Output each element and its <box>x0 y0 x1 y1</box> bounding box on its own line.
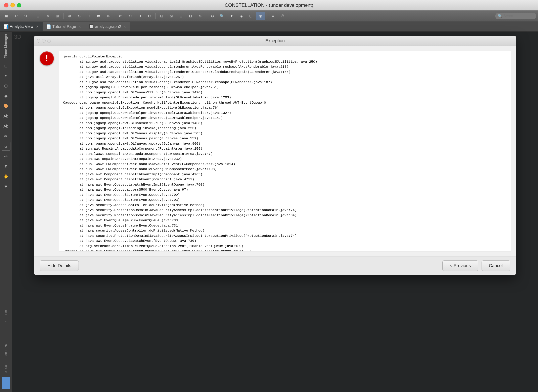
dialog-footer: Hide Details < Previous Cancel <box>34 256 516 275</box>
toolbar-btn-15[interactable]: ⚙ <box>145 12 154 20</box>
toolbar: ⊞ ↩ ↪ ⊟ ✕ ⊞ ⊕ ⊖ ↔ ⇄ ⇅ ⟳ ⟲ ↺ ⚙ ⊡ ⊠ ⊞ ⊟ ⊕ … <box>0 10 538 22</box>
content-area: 3D Exception ! <box>12 32 538 392</box>
sidebar-btn-9[interactable]: G <box>2 142 10 151</box>
sidebar-btn-2[interactable]: ✦ <box>2 71 10 80</box>
tab-analyticgraph2-close[interactable]: ✕ <box>124 25 126 28</box>
toolbar-btn-18[interactable]: ⊞ <box>176 12 185 20</box>
dialog-overlay: Exception ! java.lang.NullPointerExcepti… <box>12 32 538 392</box>
tab-analytic-view-label: Analytic View <box>10 24 33 29</box>
sidebar-btn-8[interactable]: ✏ <box>2 132 10 140</box>
toolbar-btn-11[interactable]: ⇅ <box>104 12 112 20</box>
toolbar-btn-5[interactable]: ✕ <box>43 12 52 20</box>
sidebar-te-label: Te <box>4 321 8 324</box>
toolbar-btn-24[interactable]: ◈ <box>237 12 246 20</box>
traffic-lights <box>4 3 21 7</box>
app-title: CONSTELLATION - (under development) <box>225 2 313 8</box>
toolbar-btn-21[interactable]: ⊙ <box>208 12 217 20</box>
toolbar-btn-3[interactable]: ↪ <box>21 12 30 20</box>
toolbar-btn-25[interactable]: ⬡ <box>247 12 255 20</box>
toolbar-btn-26[interactable]: ◉ <box>256 12 265 20</box>
search-icon: 🔍 <box>498 14 502 18</box>
toolbar-btn-27[interactable]: ≡ <box>268 12 277 20</box>
toolbar-btn-6[interactable]: ⊞ <box>53 12 62 20</box>
toolbar-btn-12[interactable]: ⟳ <box>116 12 125 20</box>
dialog-text-area: java.lang.NullPointerException at au.gov… <box>59 51 511 252</box>
stack-trace-box[interactable]: java.lang.NullPointerException at au.gov… <box>59 51 511 252</box>
toolbar-btn-28[interactable]: ⏱ <box>278 12 287 20</box>
dialog-tl-3 <box>47 39 51 42</box>
sidebar-date-label: 1 Jan 1970 <box>4 344 8 360</box>
sidebar-btn-10[interactable]: ⇔ <box>2 152 10 161</box>
toolbar-sep-3 <box>114 13 114 19</box>
tab-analyticgraph2-icon: 🔲 <box>89 24 94 28</box>
cancel-button[interactable]: Cancel <box>482 261 510 271</box>
sidebar-plane-manager-label: Plane Manager <box>4 34 8 58</box>
dialog-tl-1 <box>37 39 40 42</box>
hide-details-button[interactable]: Hide Details <box>40 261 79 271</box>
sidebar-time-label: 00:00 <box>4 365 8 373</box>
dialog-traffic-lights <box>37 39 51 42</box>
toolbar-btn-19[interactable]: ⊟ <box>186 12 195 20</box>
toolbar-btn-9[interactable]: ↔ <box>84 12 93 20</box>
toolbar-btn-2[interactable]: ↩ <box>12 12 20 20</box>
sidebar-btn-3[interactable]: ⬡ <box>2 82 10 90</box>
main-area: Plane Manager ⊞ ✦ ⬡ ◈ 🎨 Ab Ab ✏ G ⇔ ⇕ ✋ … <box>0 32 538 392</box>
toolbar-btn-7[interactable]: ⊕ <box>65 12 74 20</box>
maximize-button[interactable] <box>17 3 21 7</box>
error-icon-symbol: ! <box>45 54 48 62</box>
dialog-titlebar: Exception <box>34 36 516 46</box>
sidebar-btn-7[interactable]: Ab <box>2 122 10 131</box>
tabs-bar: 📊 Analytic View ✕ 📄 Tutorial Page ✕ 🔲 an… <box>0 22 538 32</box>
dialog-icon-area: ! <box>39 51 55 252</box>
toolbar-btn-10[interactable]: ⇄ <box>94 12 103 20</box>
sidebar-btn-4[interactable]: ◈ <box>2 92 10 100</box>
tab-tutorial-page-close[interactable]: ✕ <box>79 25 81 28</box>
sidebar-btn-1[interactable]: ⊞ <box>2 61 10 70</box>
error-icon: ! <box>40 51 54 65</box>
toolbar-btn-17[interactable]: ⊠ <box>167 12 176 20</box>
sidebar-btn-13[interactable]: ✱ <box>2 182 10 191</box>
title-bar: CONSTELLATION - (under development) <box>0 0 538 10</box>
toolbar-sep-1 <box>32 13 32 19</box>
toolbar-btn-23[interactable]: ▼ <box>227 12 236 20</box>
sidebar-btn-12[interactable]: ✋ <box>2 172 10 181</box>
close-button[interactable] <box>4 3 9 7</box>
search-box[interactable]: 🔍 <box>496 13 536 19</box>
tab-analytic-view-icon: 📊 <box>4 24 8 28</box>
toolbar-btn-16[interactable]: ⊡ <box>157 12 166 20</box>
toolbar-btn-13[interactable]: ⟲ <box>126 12 134 20</box>
dialog-tl-2 <box>42 39 46 42</box>
sidebar-btn-6[interactable]: Ab <box>2 112 10 121</box>
toolbar-btn-4[interactable]: ⊟ <box>33 12 42 20</box>
toolbar-sep-2 <box>63 13 64 19</box>
tab-tutorial-page-icon: 📄 <box>47 24 51 28</box>
tab-analyticgraph2[interactable]: 🔲 analyticgraph2 ✕ <box>85 22 130 31</box>
toolbar-btn-20[interactable]: ⊕ <box>196 12 205 20</box>
dialog-body: ! java.lang.NullPointerException at au.g… <box>34 46 516 256</box>
search-input[interactable] <box>503 14 533 18</box>
tab-analytic-view[interactable]: 📊 Analytic View ✕ <box>0 22 43 31</box>
toolbar-btn-22[interactable]: 🔍 <box>218 12 226 20</box>
toolbar-sep-4 <box>155 13 155 19</box>
tab-tutorial-page[interactable]: 📄 Tutorial Page ✕ <box>43 22 85 31</box>
sidebar-btn-5[interactable]: 🎨 <box>2 102 10 110</box>
toolbar-btn-14[interactable]: ↺ <box>135 12 144 20</box>
left-sidebar: Plane Manager ⊞ ✦ ⬡ ◈ 🎨 Ab Ab ✏ G ⇔ ⇕ ✋ … <box>0 32 12 392</box>
sidebar-timeline-label: Tim <box>4 310 8 315</box>
previous-button[interactable]: < Previous <box>442 261 478 271</box>
sidebar-btn-11[interactable]: ⇕ <box>2 162 10 171</box>
dialog-title: Exception <box>265 38 285 43</box>
toolbar-btn-1[interactable]: ⊞ <box>2 12 11 20</box>
tab-tutorial-page-label: Tutorial Page <box>52 24 76 29</box>
toolbar-sep-6 <box>267 13 267 19</box>
tab-analyticgraph2-label: analyticgraph2 <box>95 24 121 29</box>
tab-analytic-view-close[interactable]: ✕ <box>36 25 39 28</box>
exception-dialog: Exception ! java.lang.NullPointerExcepti… <box>34 36 516 275</box>
minimize-button[interactable] <box>10 3 15 7</box>
toolbar-btn-8[interactable]: ⊖ <box>75 12 84 20</box>
